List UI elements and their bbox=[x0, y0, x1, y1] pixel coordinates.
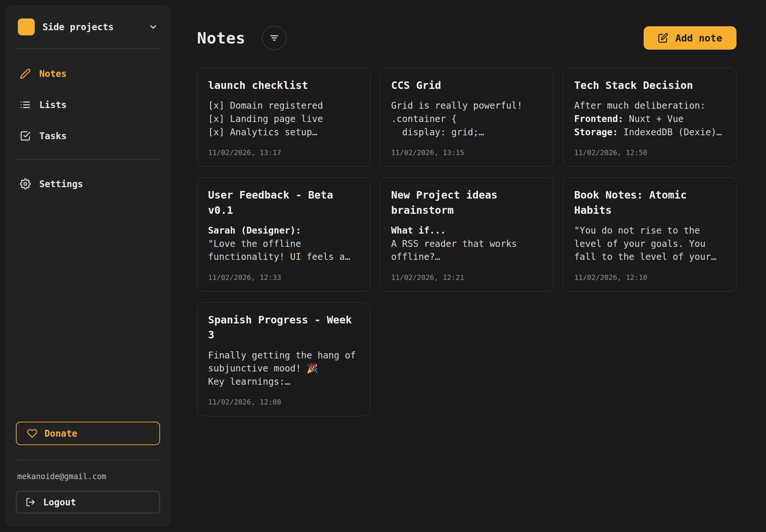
sidebar-item-label: Lists bbox=[39, 100, 67, 110]
note-date: 11/02/2026, 12:21 bbox=[391, 273, 542, 282]
workspace-name: Side projects bbox=[43, 22, 114, 32]
sidebar-nav: Notes Lists Tasks bbox=[16, 49, 160, 159]
note-date: 11/02/2026, 13:15 bbox=[391, 149, 542, 157]
list-icon bbox=[20, 99, 31, 110]
note-card[interactable]: Tech Stack Decision After much deliberat… bbox=[563, 68, 736, 167]
logout-label: Logout bbox=[43, 497, 76, 508]
heart-icon bbox=[27, 428, 37, 439]
donate-button[interactable]: Donate bbox=[16, 422, 160, 445]
note-preview: What if...A RSS reader that works offlin… bbox=[391, 224, 542, 264]
note-title: Book Notes: Atomic Habits bbox=[574, 187, 725, 218]
sidebar: Side projects Notes Lists Tasks bbox=[5, 5, 171, 527]
page-header: Notes Add note bbox=[197, 26, 736, 50]
note-card[interactable]: Book Notes: Atomic Habits "You do not ri… bbox=[563, 177, 736, 292]
note-date: 11/02/2026, 12:10 bbox=[574, 273, 725, 282]
note-preview: "You do not rise to the level of your go… bbox=[574, 224, 725, 264]
edit-icon bbox=[658, 33, 668, 43]
sidebar-item-notes[interactable]: Notes bbox=[16, 62, 160, 85]
note-preview: After much deliberation:Frontend: Nuxt +… bbox=[574, 99, 725, 139]
note-title: Spanish Progress - Week 3 bbox=[208, 312, 359, 343]
note-date: 11/02/2026, 12:33 bbox=[208, 273, 359, 282]
note-preview: Sarah (Designer):"Love the offline funct… bbox=[208, 224, 359, 264]
note-preview: [x] Domain registered[x] Landing page li… bbox=[208, 99, 359, 139]
note-title: launch checklist bbox=[208, 78, 359, 93]
sidebar-spacer bbox=[16, 208, 160, 422]
logout-button[interactable]: Logout bbox=[16, 491, 160, 514]
divider bbox=[16, 460, 160, 460]
add-note-button[interactable]: Add note bbox=[644, 26, 737, 50]
note-date: 11/02/2026, 12:50 bbox=[574, 149, 725, 157]
note-date: 11/02/2026, 13:17 bbox=[208, 149, 359, 157]
add-note-label: Add note bbox=[675, 32, 723, 44]
workspace-switcher[interactable]: Side projects bbox=[16, 18, 160, 35]
note-card[interactable]: New Project ideas brainstorm What if...A… bbox=[380, 177, 553, 292]
chevron-down-icon bbox=[148, 22, 158, 32]
pencil-icon bbox=[20, 68, 31, 79]
note-title: User Feedback - Beta v0.1 bbox=[208, 187, 359, 218]
sidebar-item-label: Tasks bbox=[39, 131, 67, 141]
logout-icon bbox=[26, 497, 35, 507]
checkbox-check-icon bbox=[20, 130, 31, 141]
note-date: 11/02/2026, 12:08 bbox=[208, 398, 359, 406]
note-card[interactable]: launch checklist [x] Domain registered[x… bbox=[197, 68, 370, 167]
account-email: mekanoide@gmail.com bbox=[16, 472, 160, 481]
main-content: Notes Add note launch checklist [x] Doma… bbox=[171, 5, 761, 527]
note-card[interactable]: CCS Grid Grid is really powerful!.contai… bbox=[380, 68, 553, 167]
sidebar-item-lists[interactable]: Lists bbox=[16, 93, 160, 116]
sidebar-item-settings[interactable]: Settings bbox=[16, 172, 160, 196]
note-title: CCS Grid bbox=[391, 78, 542, 93]
workspace-square-icon bbox=[18, 18, 35, 35]
note-card[interactable]: User Feedback - Beta v0.1 Sarah (Designe… bbox=[197, 177, 370, 292]
page-title: Notes bbox=[197, 29, 246, 47]
sidebar-item-label: Settings bbox=[39, 179, 83, 189]
note-title: New Project ideas brainstorm bbox=[391, 187, 542, 218]
note-preview: Grid is really powerful!.container { dis… bbox=[391, 99, 542, 139]
sidebar-item-label: Notes bbox=[39, 68, 67, 79]
filter-button[interactable] bbox=[262, 26, 286, 50]
note-preview: Finally getting the hang of subjunctive … bbox=[208, 349, 359, 389]
gear-icon bbox=[20, 178, 31, 189]
sidebar-item-tasks[interactable]: Tasks bbox=[16, 124, 160, 148]
donate-label: Donate bbox=[44, 428, 77, 439]
notes-grid: launch checklist [x] Domain registered[x… bbox=[197, 68, 736, 416]
note-card[interactable]: Spanish Progress - Week 3 Finally gettin… bbox=[197, 302, 370, 417]
note-title: Tech Stack Decision bbox=[574, 78, 725, 93]
filter-icon bbox=[269, 33, 279, 43]
